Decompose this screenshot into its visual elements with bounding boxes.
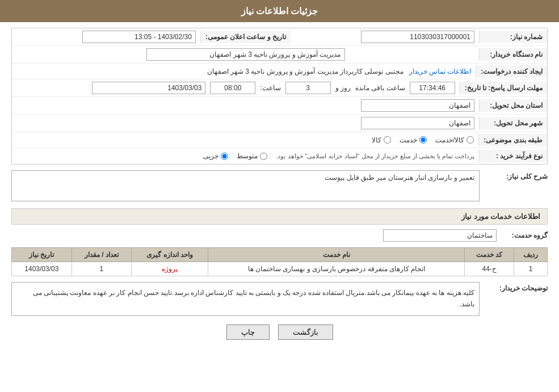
- توضیحات-container: کلیه هزینه ها به عهده پیمانکار می باشد.م…: [11, 282, 480, 316]
- th-واحد: واحد اندازه گیری: [132, 248, 208, 262]
- row-ایجاد-کننده: ایجاد کننده درخواست: اطلاعات تماس خریدار…: [12, 64, 547, 79]
- value-نام-دستگاه: مدیریت آموزش و پرورش ناحیه 3 شهر اصفهان: [12, 46, 479, 63]
- value-شماره-نیاز: 1103030317000001: [291, 28, 479, 45]
- radio-کالا: کالا: [372, 136, 391, 144]
- content-area: شماره نیاز: 1103030317000001 تاریخ و ساع…: [0, 22, 559, 345]
- نام-دستگاه-box: مدیریت آموزش و پرورش ناحیه 3 شهر اصفهان: [146, 48, 345, 61]
- label-استان: استان محل تحویل:: [479, 99, 547, 112]
- th-تاریخ: تاریخ نیاز: [12, 248, 72, 262]
- day-label: روز و: [335, 84, 351, 92]
- cell-تاریخ: 1403/03/03: [12, 262, 72, 276]
- cell-کد-خدمت: ح-44: [465, 262, 514, 276]
- services-table: ردیف کد خدمت نام خدمت واحد اندازه گیری ت…: [11, 247, 548, 276]
- row-شهر: شهر محل تحویل: اصفهان: [12, 115, 547, 132]
- radio-کالا-input[interactable]: [384, 136, 391, 144]
- page-header: جزئیات اطلاعات نیاز: [0, 0, 559, 22]
- label-شماره-نیاز: شماره نیاز:: [479, 31, 547, 43]
- label-ایجاد-کننده: ایجاد کننده درخواست:: [476, 65, 547, 78]
- label-نوع-فرآیند: نوع فرآیند خرید :: [479, 150, 547, 162]
- th-ردیف: ردیف: [514, 248, 548, 262]
- th-تعداد: تعداد / مقدار: [72, 248, 132, 262]
- value-استان: اصفهان: [12, 97, 479, 114]
- توضیحات-box: کلیه هزینه ها به عهده پیمانکار می باشد.م…: [11, 282, 480, 316]
- توضیحات-section: توضیحات خریدار: کلیه هزینه ها به عهده پی…: [11, 282, 548, 316]
- radio-جزیی-input[interactable]: [221, 153, 228, 160]
- radio-خدمت-label: خدمت: [400, 136, 417, 144]
- radio-خدمت: خدمت: [400, 136, 427, 144]
- value-طبقه: کالا/خدمت خدمت کالا: [12, 134, 478, 146]
- value-ایجاد-کننده: اطلاعات تماس خریدار مجتبی توسلی کاربرداز…: [12, 65, 476, 78]
- th-نام-خدمت: نام خدمت: [208, 248, 465, 262]
- radio-کالا-label: کالا: [372, 136, 381, 144]
- cell-ردیف: 1: [514, 262, 548, 276]
- row-طبقه: طبقه بندی موضوعی: کالا/خدمت خدمت: [12, 132, 547, 148]
- back-button[interactable]: بازگشت: [278, 324, 333, 340]
- row-گروه-خدمت: گروه حدمت: ساختمان: [11, 229, 548, 242]
- cell-واحد: پروژه: [132, 262, 208, 276]
- time-label: ساعت:: [260, 84, 280, 92]
- radio-کالا-خدمت-input[interactable]: [466, 136, 474, 144]
- row-مهلت: مهلت ارسال پاسخ: تا تاریخ: 17:34:46 ساعت…: [12, 79, 547, 97]
- radio-خدمت-input[interactable]: [419, 136, 427, 144]
- value-مهلت: 17:34:46 ساعت باقی مانده روز و 3 ساعت: 0…: [12, 79, 460, 96]
- شماره-نیاز-box: 1103030317000001: [361, 31, 474, 43]
- نوع-فرآیند-text: پرداخت تمام یا بخشی از مبلغ خریدار از مح…: [276, 153, 474, 160]
- radio-group-فرآیند: متوسط جزیی: [203, 152, 267, 160]
- ایجاد-کننده-text: مجتبی توسلی کاربرداز مدیریت آموزش و پرور…: [207, 68, 404, 75]
- countdown-label: ساعت باقی مانده: [355, 84, 405, 92]
- label-گروه-خدمت: گروه حدمت:: [502, 231, 548, 239]
- شرح-کلی-container: تعمیر و بازسازی انبار هنرستان میر طبق فا…: [11, 170, 480, 201]
- label-طبقه: طبقه بندی موضوعی:: [478, 134, 547, 146]
- label-شهر: شهر محل تحویل:: [479, 117, 547, 129]
- date-value: 1403/03/03: [92, 82, 205, 94]
- radio-کالا-خدمت-label: کالا/خدمت: [435, 136, 464, 144]
- radio-متوسط: متوسط: [237, 152, 267, 160]
- print-button[interactable]: چاپ: [226, 324, 270, 340]
- radio-متوسط-input[interactable]: [260, 153, 267, 160]
- radio-متوسط-label: متوسط: [237, 152, 258, 160]
- countdown-value: 17:34:46: [410, 82, 455, 94]
- radio-کالا-خدمت: کالا/خدمت: [435, 136, 474, 144]
- table-header-row: ردیف کد خدمت نام خدمت واحد اندازه گیری ت…: [12, 248, 548, 262]
- label-نام-دستگاه: نام دستگاه خریدار:: [479, 48, 547, 61]
- label-توضیحات: توضیحات خریدار:: [485, 282, 548, 292]
- table-row: 1 ح-44 انجام کارهای متفرقه درخصوص بازساز…: [12, 262, 548, 276]
- page-title: جزئیات اطلاعات نیاز: [241, 6, 318, 16]
- table-body: 1 ح-44 انجام کارهای متفرقه درخصوص بازساز…: [12, 262, 548, 276]
- استان-box: اصفهان: [361, 99, 474, 112]
- footer-buttons: بازگشت چاپ: [11, 324, 548, 340]
- row-نام-دستگاه: نام دستگاه خریدار: مدیریت آموزش و پرورش …: [12, 46, 547, 64]
- radio-جزیی-label: جزیی: [203, 152, 218, 160]
- گروه-خدمت-value: ساختمان: [383, 229, 497, 242]
- نوع-فرآیند-container: پرداخت تمام یا بخشی از مبلغ خریدار از مح…: [16, 152, 474, 160]
- value-شهر: اصفهان: [12, 115, 479, 132]
- page-wrapper: جزئیات اطلاعات نیاز شماره نیاز: 11030303…: [0, 0, 559, 392]
- section-title-خدمات: اطلاعات خدمات مورد نیاز: [11, 208, 548, 225]
- label-شرح-کلی: شرح کلی نیاز:: [485, 170, 548, 180]
- day-value: 3: [285, 82, 331, 94]
- label-تاریخ: تاریخ و ساعت اعلان عمومی:: [200, 31, 291, 43]
- تاریخ-box: 1403/02/30 - 13:05: [82, 31, 196, 43]
- time-value: 08:00: [210, 82, 255, 94]
- radio-group-طبقه: کالا/خدمت خدمت کالا: [16, 136, 474, 144]
- گروه-خدمت-container: ساختمان: [383, 229, 497, 242]
- row-شماره-نیاز: شماره نیاز: 1103030317000001 تاریخ و ساع…: [12, 28, 547, 46]
- countdown-row: 17:34:46 ساعت باقی مانده روز و 3 ساعت: 0…: [16, 82, 455, 94]
- radio-جزیی: جزیی: [203, 152, 228, 160]
- value-تاریخ: 1403/02/30 - 13:05: [12, 28, 200, 45]
- value-نوع-فرآیند: پرداخت تمام یا بخشی از مبلغ خریدار از مح…: [12, 150, 479, 162]
- table-head: ردیف کد خدمت نام خدمت واحد اندازه گیری ت…: [12, 248, 548, 262]
- شرح-کلی-section: شرح کلی نیاز: تعمیر و بازسازی انبار هنرس…: [11, 170, 548, 201]
- row-استان: استان محل تحویل: اصفهان: [12, 97, 547, 115]
- main-info-section: شماره نیاز: 1103030317000001 تاریخ و ساع…: [11, 28, 548, 165]
- row-نوع-فرآیند: نوع فرآیند خرید : پرداخت تمام یا بخشی از…: [12, 148, 547, 164]
- cell-نام-خدمت: انجام کارهای متفرقه درخصوص بازسازی و بهس…: [208, 262, 465, 276]
- th-کد-خدمت: کد خدمت: [465, 248, 514, 262]
- شهر-box: اصفهان: [361, 117, 474, 129]
- label-مهلت: مهلت ارسال پاسخ: تا تاریخ:: [460, 82, 547, 94]
- شرح-کلی-box: تعمیر و بازسازی انبار هنرستان میر طبق فا…: [11, 170, 480, 201]
- cell-تعداد: 1: [72, 262, 132, 276]
- اطلاعات-تماس-link[interactable]: اطلاعات تماس خریدار: [409, 68, 472, 75]
